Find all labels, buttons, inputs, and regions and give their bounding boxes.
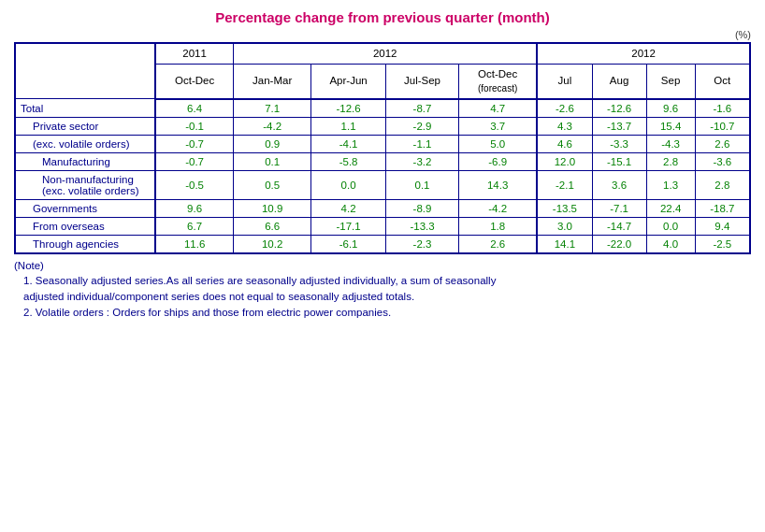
cell-r2-c3: -1.1 — [386, 135, 459, 152]
row-label-6: From overseas — [15, 217, 155, 235]
cell-r0-c5: -2.6 — [537, 99, 592, 118]
table-row: Through agencies11.610.2-6.1-2.32.614.1-… — [15, 235, 750, 253]
cell-r3-c7: 2.8 — [646, 152, 695, 170]
cell-r1-c7: 15.4 — [646, 117, 695, 135]
cell-r7-c4: 2.6 — [459, 235, 538, 253]
cell-r7-c7: 4.0 — [646, 235, 695, 253]
row-label-4: Non-manufacturing(exc. volatile orders) — [15, 170, 155, 199]
cell-r5-c0: 9.6 — [155, 199, 234, 217]
col-header-2012a: 2012 — [234, 43, 538, 64]
cell-r7-c1: 10.2 — [234, 235, 311, 253]
col-apr-jun: Apr-Jun — [311, 64, 386, 98]
cell-r1-c4: 3.7 — [459, 117, 538, 135]
cell-r3-c0: -0.7 — [155, 152, 234, 170]
cell-r2-c2: -4.1 — [311, 135, 386, 152]
row-label-3: Manufacturing — [15, 152, 155, 170]
cell-r3-c4: -6.9 — [459, 152, 538, 170]
cell-r3-c8: -3.6 — [695, 152, 750, 170]
col-jan-mar: Jan-Mar — [234, 64, 311, 98]
row-label-2: (exc. volatile orders) — [15, 135, 155, 152]
cell-r6-c5: 3.0 — [537, 217, 592, 235]
cell-r3-c5: 12.0 — [537, 152, 592, 170]
cell-r6-c3: -13.3 — [386, 217, 459, 235]
cell-r3-c1: 0.1 — [234, 152, 311, 170]
notes-section: (Note) 1. Seasonally adjusted series.As … — [14, 260, 751, 322]
table-row: (exc. volatile orders)-0.70.9-4.1-1.15.0… — [15, 135, 750, 152]
cell-r7-c8: -2.5 — [695, 235, 750, 253]
cell-r4-c8: 2.8 — [695, 170, 750, 199]
cell-r5-c8: -18.7 — [695, 199, 750, 217]
cell-r4-c5: -2.1 — [537, 170, 592, 199]
cell-r7-c2: -6.1 — [311, 235, 386, 253]
col-header-2011: 2011 — [155, 43, 234, 64]
col-oct: Oct — [695, 64, 750, 98]
col-aug: Aug — [592, 64, 646, 98]
cell-r1-c2: 1.1 — [311, 117, 386, 135]
cell-r5-c1: 10.9 — [234, 199, 311, 217]
data-table: 2011 2012 2012 Oct-Dec Jan-Mar Apr-Jun J… — [14, 42, 751, 254]
cell-r3-c2: -5.8 — [311, 152, 386, 170]
cell-r6-c2: -17.1 — [311, 217, 386, 235]
header-row-top: 2011 2012 2012 — [15, 43, 750, 64]
cell-r4-c7: 1.3 — [646, 170, 695, 199]
row-label-7: Through agencies — [15, 235, 155, 253]
cell-r2-c8: 2.6 — [695, 135, 750, 152]
cell-r2-c4: 5.0 — [459, 135, 538, 152]
col-jul: Jul — [537, 64, 592, 98]
cell-r7-c5: 14.1 — [537, 235, 592, 253]
cell-r6-c8: 9.4 — [695, 217, 750, 235]
table-row: Manufacturing-0.70.1-5.8-3.2-6.912.0-15.… — [15, 152, 750, 170]
cell-r3-c3: -3.2 — [386, 152, 459, 170]
cell-r5-c3: -8.9 — [386, 199, 459, 217]
cell-r4-c4: 14.3 — [459, 170, 538, 199]
cell-r7-c0: 11.6 — [155, 235, 234, 253]
cell-r2-c0: -0.7 — [155, 135, 234, 152]
col-oct-dec-2011: Oct-Dec — [155, 64, 234, 98]
cell-r4-c1: 0.5 — [234, 170, 311, 199]
cell-r1-c8: -10.7 — [695, 117, 750, 135]
note-item-1: 2. Volatile orders : Orders for ships an… — [14, 305, 751, 321]
table-row: Total6.47.1-12.6-8.74.7-2.6-12.69.6-1.6 — [15, 99, 750, 118]
cell-r0-c2: -12.6 — [311, 99, 386, 118]
cell-r1-c6: -13.7 — [592, 117, 646, 135]
page-title: Percentage change from previous quarter … — [14, 9, 751, 25]
table-row: Governments9.610.94.2-8.9-4.2-13.5-7.122… — [15, 199, 750, 217]
cell-r2-c6: -3.3 — [592, 135, 646, 152]
cell-r0-c0: 6.4 — [155, 99, 234, 118]
cell-r5-c4: -4.2 — [459, 199, 538, 217]
cell-r2-c7: -4.3 — [646, 135, 695, 152]
note-title: (Note) — [14, 260, 751, 271]
cell-r0-c1: 7.1 — [234, 99, 311, 118]
cell-r0-c4: 4.7 — [459, 99, 538, 118]
cell-r1-c5: 4.3 — [537, 117, 592, 135]
cell-r3-c6: -15.1 — [592, 152, 646, 170]
cell-r2-c5: 4.6 — [537, 135, 592, 152]
note-item-0: 1. Seasonally adjusted series.As all ser… — [14, 273, 751, 306]
table-row: Non-manufacturing(exc. volatile orders)-… — [15, 170, 750, 199]
cell-r0-c6: -12.6 — [592, 99, 646, 118]
cell-r1-c3: -2.9 — [386, 117, 459, 135]
cell-r5-c2: 4.2 — [311, 199, 386, 217]
col-jul-sep: Jul-Sep — [386, 64, 459, 98]
cell-r6-c7: 0.0 — [646, 217, 695, 235]
cell-r4-c2: 0.0 — [311, 170, 386, 199]
cell-r4-c0: -0.5 — [155, 170, 234, 199]
row-label-0: Total — [15, 99, 155, 118]
cell-r1-c1: -4.2 — [234, 117, 311, 135]
table-row: Private sector-0.1-4.21.1-2.93.74.3-13.7… — [15, 117, 750, 135]
cell-r4-c6: 3.6 — [592, 170, 646, 199]
cell-r4-c3: 0.1 — [386, 170, 459, 199]
col-header-2012b: 2012 — [537, 43, 750, 64]
cell-r7-c6: -22.0 — [592, 235, 646, 253]
cell-r0-c8: -1.6 — [695, 99, 750, 118]
cell-r2-c1: 0.9 — [234, 135, 311, 152]
cell-r0-c3: -8.7 — [386, 99, 459, 118]
cell-r7-c3: -2.3 — [386, 235, 459, 253]
unit-label: (%) — [14, 29, 751, 40]
cell-r0-c7: 9.6 — [646, 99, 695, 118]
row-label-1: Private sector — [15, 117, 155, 135]
cell-r5-c6: -7.1 — [592, 199, 646, 217]
row-label-5: Governments — [15, 199, 155, 217]
cell-r6-c0: 6.7 — [155, 217, 234, 235]
cell-r5-c5: -13.5 — [537, 199, 592, 217]
